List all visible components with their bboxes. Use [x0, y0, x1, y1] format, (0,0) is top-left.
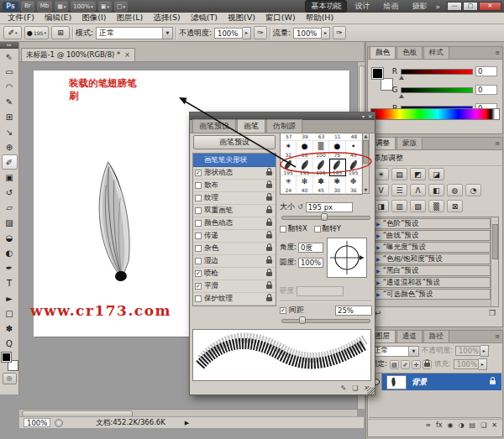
checkbox-icon[interactable]	[195, 258, 202, 264]
preset-manager-icon[interactable]: ✎	[340, 384, 346, 392]
launch-mini-bridge-button[interactable]: Mb	[37, 1, 52, 12]
brush-tip-cell[interactable]: ✶32	[281, 141, 297, 159]
size-slider[interactable]	[281, 213, 370, 221]
brush-tip-cell[interactable]: ✽45	[313, 176, 329, 194]
hand-tool[interactable]: ✽	[2, 321, 18, 336]
dropdown-arrow-icon[interactable]: ▼	[162, 28, 172, 39]
brush-tip-cell[interactable]: 195	[297, 159, 312, 176]
brush-tip-cell[interactable]: 195	[313, 159, 329, 176]
panel-resize-grip[interactable]	[367, 387, 375, 395]
lock-move-icon[interactable]: ✛	[412, 360, 421, 369]
quick-mask-button[interactable]: ◎	[3, 373, 17, 384]
flip-x-checkbox[interactable]	[280, 226, 286, 233]
dodge-tool[interactable]: ◐	[2, 245, 18, 260]
lock-all-icon[interactable]	[423, 360, 432, 369]
adjust-tab-蒙版[interactable]: 蒙版	[396, 137, 423, 149]
brush-tip-cell[interactable]: ✻40	[297, 176, 312, 194]
zoom-level-control[interactable]: 100%▾	[71, 1, 96, 12]
channel-slider[interactable]	[401, 87, 473, 93]
return-to-list-icon[interactable]: ↩	[375, 309, 381, 317]
menu-item[interactable]: 编辑(E)	[39, 13, 76, 24]
blend-mode-select[interactable]: 正常 ▼	[96, 27, 173, 39]
status-options-arrow[interactable]: ▶	[185, 420, 189, 426]
brush-option-散布[interactable]: 散布	[193, 180, 276, 192]
preset-group-“曝光度”预设[interactable]: ▶“曝光度”预设	[373, 242, 491, 253]
brush-option-形状动态[interactable]: ✓形状动态	[193, 167, 276, 180]
brush-option-保护纹理[interactable]: 保护纹理	[193, 293, 276, 306]
screen-mode-button[interactable]: ▢▾	[114, 1, 128, 12]
checkbox-icon[interactable]	[195, 207, 202, 214]
selective-color-icon[interactable]: ⊠	[447, 200, 463, 212]
menu-item[interactable]: 文件(F)	[3, 13, 39, 24]
brush-option-杂色[interactable]: 杂色	[193, 243, 276, 255]
brush-tool[interactable]: ✐	[2, 154, 18, 170]
brush-tip-cell[interactable]: ✳24	[281, 176, 297, 194]
menu-item[interactable]: 图像(I)	[76, 13, 111, 24]
spin-arrow-icon[interactable]: ▸	[480, 345, 489, 357]
close-button[interactable]: ✕	[479, 2, 501, 11]
reset-size-icon[interactable]: ↺	[297, 203, 303, 211]
color-tab-色板[interactable]: 色板	[396, 46, 423, 59]
preset-group-“色相/饱和度”预设[interactable]: ▶“色相/饱和度”预设	[373, 253, 491, 264]
brush-option-颜色动态[interactable]: 颜色动态	[193, 217, 276, 230]
marquee-tool[interactable]: ▭	[2, 64, 18, 79]
lasso-tool[interactable]: ◠	[2, 79, 18, 94]
healing-brush-tool[interactable]: ⊕	[2, 139, 18, 154]
eraser-tool[interactable]: ▱	[2, 200, 18, 215]
brush-option-双重画笔[interactable]: 双重画笔	[193, 205, 276, 217]
spin-arrow-icon[interactable]: ▸	[243, 27, 251, 39]
color-balance-icon[interactable]: Λ	[410, 184, 426, 196]
spin-arrow-icon[interactable]: ▸	[322, 27, 330, 39]
checkbox-icon[interactable]	[195, 195, 202, 201]
spacing-slider[interactable]	[281, 316, 370, 324]
brush-tip-cell[interactable]: ▒100	[313, 141, 329, 159]
workspace-overflow-icon[interactable]: »	[435, 3, 440, 11]
slider-thumb-icon[interactable]	[399, 91, 404, 98]
adjustment-layer-icon[interactable]: ◑	[459, 421, 465, 429]
brush-option-纹理[interactable]: 纹理	[193, 192, 276, 205]
layer-opacity-control[interactable]: 100% ▸	[455, 345, 489, 357]
shape-tool[interactable]: □	[2, 306, 18, 321]
expand-view-icon[interactable]: ❐	[489, 309, 496, 317]
angle-input[interactable]: 0度	[298, 243, 323, 253]
menu-item[interactable]: 滤镜(T)	[186, 13, 223, 24]
brush-option-传递[interactable]: 传递	[193, 230, 276, 243]
workspace-绘画[interactable]: 绘画	[377, 0, 404, 13]
channel-value[interactable]: 0	[475, 66, 497, 76]
tools-panel-header[interactable]: ▸▸	[0, 42, 18, 49]
panel-menu-icon[interactable]: ≡	[495, 50, 500, 56]
black-white-icon[interactable]: ◧	[428, 184, 444, 196]
menu-item[interactable]: 视图(V)	[223, 13, 260, 24]
close-tab-icon[interactable]: ×	[124, 51, 130, 59]
flow-control[interactable]: 100% ▸	[293, 27, 330, 39]
levels-icon[interactable]: ▤	[391, 168, 407, 180]
zoom-tool[interactable]: Q	[2, 336, 18, 351]
gradient-tool[interactable]: ▨	[2, 215, 18, 230]
brush-tip-cell[interactable]: 195	[281, 159, 297, 176]
menu-item[interactable]: 图层(L)	[112, 13, 149, 24]
airbrush-opacity-icon[interactable]: ✑	[254, 26, 267, 39]
clone-stamp-tool[interactable]: ▣	[2, 170, 18, 185]
brush-grid-scrollbar[interactable]: ▲▼	[362, 133, 370, 194]
panel-menu-icon[interactable]: ≡	[495, 140, 500, 147]
preset-group-“曲线”预设[interactable]: ▶“曲线”预设	[373, 230, 491, 241]
new-layer-icon[interactable]: ❏	[480, 421, 486, 429]
toggle-brush-panel-button[interactable]: ⊞	[51, 26, 70, 39]
flip-y-checkbox[interactable]	[314, 226, 321, 233]
preset-group-“通道混和器”预设[interactable]: ▶“通道混和器”预设	[373, 277, 491, 288]
spin-arrow-icon[interactable]: ▸	[479, 358, 487, 370]
roundness-input[interactable]: 100%	[298, 258, 323, 268]
brush-tab-画笔预设[interactable]: 画笔预设	[192, 119, 236, 133]
lock-transparency-icon[interactable]: ▨	[390, 360, 399, 369]
quick-selection-tool[interactable]: ✎	[2, 94, 18, 109]
brush-option-平滑[interactable]: ✓平滑	[193, 280, 276, 293]
layer-row-background[interactable]: 背景	[369, 374, 501, 390]
slider-thumb-icon[interactable]	[399, 73, 404, 80]
brush-tab-画笔[interactable]: 画笔	[237, 119, 265, 133]
brush-tip-cell[interactable]: 195	[329, 159, 345, 176]
crop-tool[interactable]: ⊞	[2, 109, 18, 124]
spacing-checkbox[interactable]: ✓	[280, 307, 286, 314]
menu-item[interactable]: 帮助(H)	[301, 13, 339, 24]
eyedropper-tool[interactable]: ↘	[2, 124, 18, 139]
channel-value[interactable]: 0	[475, 85, 497, 95]
